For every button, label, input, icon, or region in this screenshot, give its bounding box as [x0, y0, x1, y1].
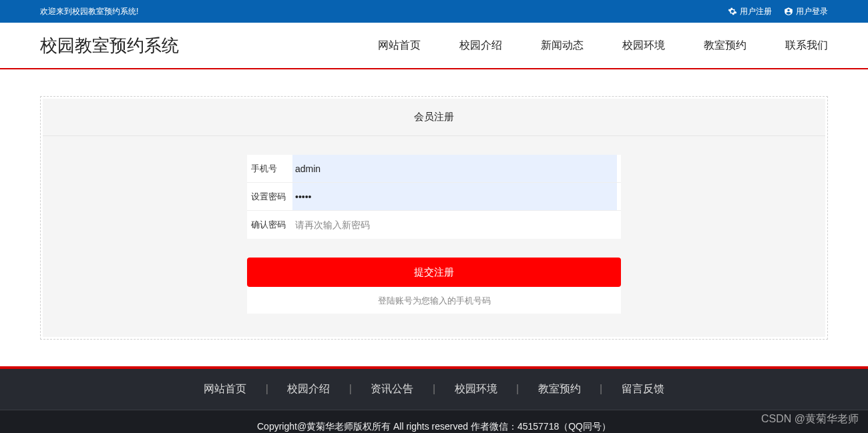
submit-button[interactable]: 提交注册 [247, 258, 621, 287]
password-input[interactable] [292, 183, 617, 210]
register-label: 用户注册 [740, 6, 772, 17]
header: 校园教室预约系统 网站首页 校园介绍 新闻动态 校园环境 教室预约 联系我们 [0, 23, 868, 69]
login-link[interactable]: 用户登录 [784, 6, 828, 17]
phone-label: 手机号 [251, 163, 292, 175]
confirm-input[interactable] [292, 211, 617, 239]
card-inner: 会员注册 手机号 设置密码 确认密码 提交注册 登陆账号为您输入 [43, 99, 825, 337]
confirm-label: 确认密码 [251, 219, 292, 231]
nav-home[interactable]: 网站首页 [378, 39, 421, 53]
nav-booking[interactable]: 教室预约 [704, 39, 746, 53]
main-nav: 网站首页 校园介绍 新闻动态 校园环境 教室预约 联系我们 [378, 39, 828, 53]
footer-nav-home[interactable]: 网站首页 [204, 383, 246, 394]
hint-text: 登陆账号为您输入的手机号码 [247, 295, 621, 307]
gear-icon [728, 7, 737, 16]
phone-row: 手机号 [247, 155, 621, 183]
topbar-right: 用户注册 用户登录 [728, 6, 828, 17]
footer-nav-intro[interactable]: 校园介绍 [287, 383, 330, 394]
main-content: 会员注册 手机号 设置密码 确认密码 提交注册 登陆账号为您输入 [0, 69, 868, 366]
phone-input[interactable] [292, 155, 617, 182]
footer: 网站首页 | 校园介绍 | 资讯公告 | 校园环境 | 教室预约 | 留言反馈 … [0, 369, 868, 433]
password-row: 设置密码 [247, 183, 621, 211]
user-icon [784, 7, 793, 16]
register-link[interactable]: 用户注册 [728, 6, 772, 17]
separator: | [266, 383, 268, 394]
nav-campus-intro[interactable]: 校园介绍 [459, 39, 502, 53]
login-label: 用户登录 [796, 6, 828, 17]
footer-nav: 网站首页 | 校园介绍 | 资讯公告 | 校园环境 | 教室预约 | 留言反馈 [0, 369, 868, 410]
nav-contact[interactable]: 联系我们 [785, 39, 828, 53]
confirm-row: 确认密码 [247, 211, 621, 239]
form: 手机号 设置密码 确认密码 [247, 155, 621, 239]
copyright: Copyright@黄菊华老师版权所有 All rights reserved … [0, 410, 868, 433]
separator: | [433, 383, 435, 394]
card-title: 会员注册 [43, 99, 825, 136]
separator: | [349, 383, 352, 394]
nav-news[interactable]: 新闻动态 [541, 39, 584, 53]
welcome-text: 欢迎来到校园教室预约系统! [40, 6, 138, 17]
logo: 校园教室预约系统 [40, 34, 179, 57]
footer-nav-news[interactable]: 资讯公告 [371, 383, 413, 394]
submit-area: 提交注册 登陆账号为您输入的手机号码 [247, 258, 621, 314]
register-card: 会员注册 手机号 设置密码 确认密码 提交注册 登陆账号为您输入 [40, 96, 828, 340]
topbar: 欢迎来到校园教室预约系统! 用户注册 用户登录 [0, 0, 868, 23]
footer-nav-feedback[interactable]: 留言反馈 [622, 383, 664, 394]
separator: | [516, 383, 519, 394]
footer-nav-booking[interactable]: 教室预约 [538, 383, 581, 394]
footer-nav-env[interactable]: 校园环境 [455, 383, 497, 394]
nav-environment[interactable]: 校园环境 [622, 39, 665, 53]
password-label: 设置密码 [251, 191, 292, 203]
separator: | [600, 383, 602, 394]
